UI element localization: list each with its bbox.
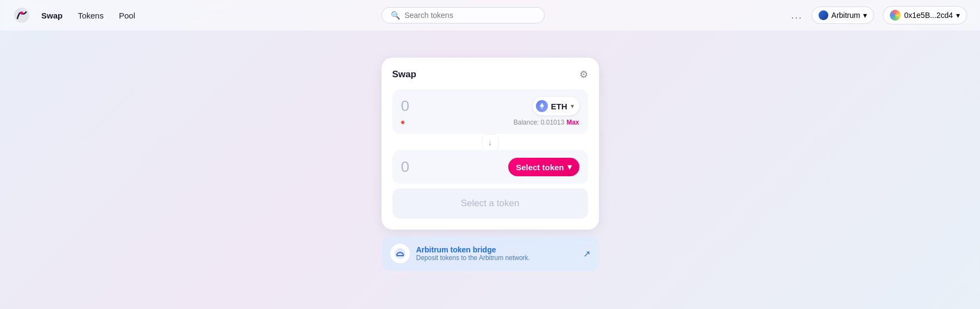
- max-button[interactable]: Max: [566, 119, 579, 126]
- arrow-down-icon: ↓: [488, 138, 492, 147]
- wallet-avatar: [890, 10, 901, 21]
- more-button[interactable]: ...: [791, 10, 803, 21]
- nav-tokens[interactable]: Tokens: [78, 11, 104, 20]
- main-content: Swap ⚙ 0 ETH ▾ Balance: 0: [0, 30, 980, 271]
- balance-label: Balance: 0.01013: [514, 119, 564, 126]
- nav-right: ... Arbitrum ▾ 0x1e5B...2cd4 ▾: [791, 6, 967, 24]
- output-amount[interactable]: 0: [401, 158, 410, 176]
- wallet-button[interactable]: 0x1e5B...2cd4 ▾: [883, 6, 967, 24]
- select-token-chevron-icon: ▾: [567, 162, 572, 172]
- nav-links: Swap Tokens Pool: [41, 11, 135, 20]
- token-eth-chevron-icon: ▾: [571, 102, 574, 110]
- token-balance-row: Balance: 0.01013 Max: [401, 119, 579, 126]
- bridge-title: Arbitrum token bridge: [416, 245, 577, 254]
- wallet-address: 0x1e5B...2cd4: [904, 11, 953, 20]
- nav-swap[interactable]: Swap: [41, 11, 63, 20]
- eth-icon: [536, 100, 548, 112]
- network-selector[interactable]: Arbitrum ▾: [812, 7, 875, 24]
- search-icon: 🔍: [391, 11, 400, 20]
- wallet-chevron-icon: ▾: [956, 11, 960, 20]
- swap-card: Swap ⚙ 0 ETH ▾ Balance: 0: [382, 58, 599, 230]
- svg-point-0: [14, 8, 29, 23]
- search-input[interactable]: [404, 11, 535, 20]
- swap-title: Swap: [392, 69, 416, 80]
- svg-point-4: [395, 248, 405, 259]
- bridge-banner: Arbitrum token bridge Deposit tokens to …: [382, 236, 599, 271]
- svg-marker-2: [540, 103, 544, 108]
- token-eth-name: ETH: [551, 102, 567, 111]
- swap-direction-button[interactable]: ↓: [482, 134, 499, 151]
- select-token-action-button[interactable]: Select a token: [392, 188, 588, 219]
- bridge-link-icon[interactable]: ↗: [583, 249, 590, 259]
- swap-card-header: Swap ⚙: [392, 69, 588, 81]
- network-chevron-icon: ▾: [863, 11, 867, 20]
- settings-icon[interactable]: ⚙: [579, 69, 588, 81]
- swap-arrow-container: ↓: [392, 134, 588, 151]
- main-inner: Swap ⚙ 0 ETH ▾ Balance: 0: [382, 58, 599, 271]
- nav-pool[interactable]: Pool: [119, 11, 135, 20]
- bridge-subtitle: Deposit tokens to the Arbitrum network.: [416, 254, 577, 262]
- token-output-box: 0 Select token ▾: [392, 150, 588, 184]
- token-eth-selector[interactable]: ETH ▾: [533, 97, 579, 115]
- select-token-button[interactable]: Select token ▾: [508, 158, 579, 176]
- logo[interactable]: [13, 7, 30, 24]
- search-bar[interactable]: 🔍: [382, 7, 545, 23]
- network-name: Arbitrum: [832, 11, 860, 20]
- navbar: Swap Tokens Pool 🔍 ... Arbitrum ▾ 0x1e5B…: [0, 0, 980, 30]
- red-dot-indicator: [401, 121, 404, 124]
- search-container: 🔍: [135, 7, 791, 23]
- bridge-text: Arbitrum token bridge Deposit tokens to …: [416, 245, 577, 262]
- svg-point-1: [20, 11, 23, 15]
- input-amount[interactable]: 0: [401, 97, 410, 115]
- token-input-row: 0 ETH ▾: [401, 97, 579, 115]
- select-token-label: Select token: [516, 163, 564, 172]
- network-icon: [819, 10, 828, 20]
- bridge-icon: [390, 244, 410, 263]
- token-output-row: 0 Select token ▾: [401, 158, 579, 176]
- token-input-box: 0 ETH ▾ Balance: 0.01013 Max: [392, 89, 588, 134]
